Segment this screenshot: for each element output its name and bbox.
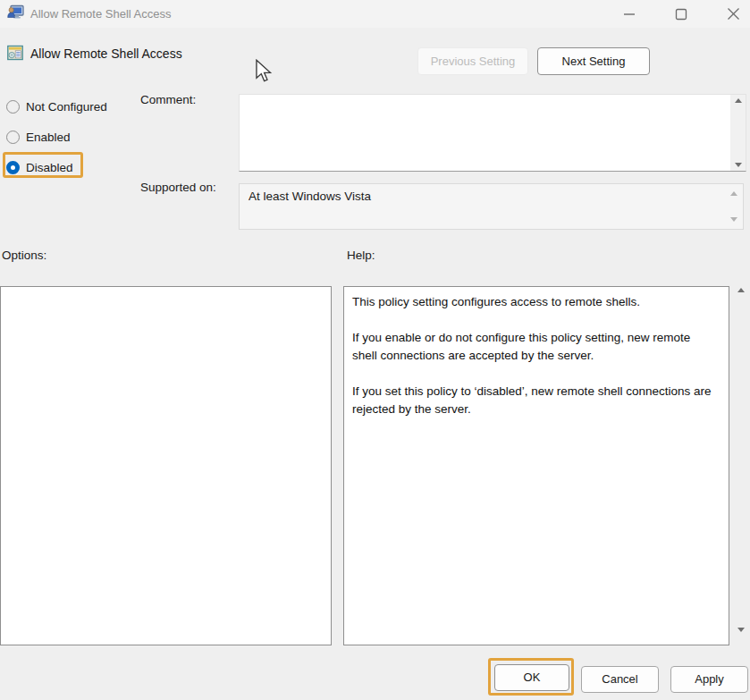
previous-setting-button[interactable]: Previous Setting [417,47,528,75]
help-scroll-down-icon[interactable] [737,628,745,632]
apply-button[interactable]: Apply [670,666,748,693]
next-setting-button[interactable]: Next Setting [537,47,650,75]
radio-label: Disabled [26,161,73,174]
close-button[interactable] [715,0,750,28]
help-paragraph: If you enable or do not configure this p… [352,329,718,365]
help-scroll-up-icon[interactable] [737,288,745,292]
radio-not-configured[interactable]: Not Configured [6,99,107,114]
options-label: Options: [2,249,46,262]
radio-disabled[interactable]: Disabled [6,160,73,174]
maximize-icon [675,8,687,21]
help-label: Help: [347,249,375,262]
cancel-button[interactable]: Cancel [581,666,659,693]
maximize-button[interactable] [663,0,699,28]
supported-scrollbar [729,184,739,229]
radio-label: Not Configured [26,100,107,114]
comment-label: Comment: [140,93,196,106]
mouse-cursor-icon [254,59,274,86]
help-paragraph: If you set this policy to ‘disabled’, ne… [352,383,718,418]
group-policy-setting-icon [7,45,23,64]
radio-circle-selected-icon[interactable] [6,161,20,174]
help-panel[interactable]: This policy setting configures access to… [343,286,729,645]
scroll-down-icon [730,217,737,222]
supported-on-label: Supported on: [140,181,216,194]
help-paragraph: This policy setting configures access to… [352,293,718,311]
minimize-button[interactable] [611,0,647,28]
supported-on-value: At least Windows Vista [249,190,371,203]
policy-setting-title: Allow Remote Shell Access [30,46,182,61]
radio-circle-icon[interactable] [6,100,20,114]
titlebar: Allow Remote Shell Access [0,0,750,28]
radio-label: Enabled [26,131,71,144]
comment-scrollbar[interactable] [730,95,746,171]
user-at-computer-icon [7,4,24,25]
ok-button[interactable]: OK [494,664,569,691]
supported-on-textbox: At least Windows Vista [239,183,744,230]
scroll-up-icon [730,191,737,196]
comment-textarea[interactable] [239,94,746,172]
window-title: Allow Remote Shell Access [30,0,172,28]
scroll-down-icon[interactable] [735,163,742,167]
scroll-up-icon[interactable] [735,98,742,103]
radio-enabled[interactable]: Enabled [6,130,71,144]
close-icon [727,7,740,21]
minimize-icon [623,8,636,21]
radio-circle-icon[interactable] [6,131,20,144]
options-panel [0,286,332,645]
